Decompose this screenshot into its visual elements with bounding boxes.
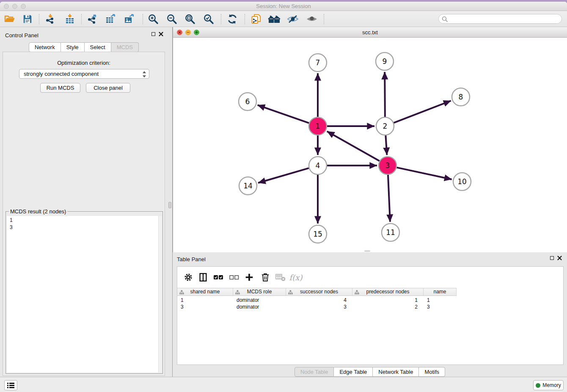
fx-label: f(x) xyxy=(289,273,303,282)
table-row[interactable]: 3 dominator 3 2 3 xyxy=(177,304,457,310)
network-canvas[interactable]: 7968124314101511 xyxy=(173,38,567,252)
flag-column-icon xyxy=(235,290,240,295)
export-network-icon[interactable] xyxy=(86,13,99,25)
task-history-button[interactable] xyxy=(4,380,17,390)
graph-node-label-4: 4 xyxy=(316,161,320,170)
network-window-titlebar[interactable]: scc.txt xyxy=(173,27,567,38)
criterion-select[interactable]: strongly connected component xyxy=(19,69,149,79)
canvas-grip[interactable] xyxy=(364,250,370,252)
criterion-value: strongly connected component xyxy=(24,71,99,77)
show-all-icon[interactable] xyxy=(306,13,318,25)
float-panel-icon[interactable] xyxy=(151,32,155,36)
cell-mcds-role[interactable]: dominator xyxy=(233,304,286,310)
select-all-rows-icon[interactable] xyxy=(212,271,225,284)
graph-edge-4-14[interactable] xyxy=(258,168,309,183)
export-image-icon[interactable] xyxy=(123,13,135,25)
node-table-container: f(x) shared name MCDS role successor nod… xyxy=(177,266,564,365)
column-header-mcds-role[interactable]: MCDS role xyxy=(233,288,286,295)
column-header-name[interactable]: name xyxy=(424,288,457,295)
column-header-successor-nodes[interactable]: successor nodes xyxy=(286,288,352,295)
column-header-shared-name[interactable]: shared name xyxy=(177,288,233,295)
float-table-panel-icon[interactable] xyxy=(550,256,554,260)
graph-node-label-1: 1 xyxy=(316,122,320,130)
close-panel-icon[interactable] xyxy=(159,32,163,36)
divider-grip[interactable] xyxy=(168,202,171,208)
home-layout-icon[interactable] xyxy=(268,13,281,25)
import-table-icon[interactable] xyxy=(63,13,76,25)
tab-style[interactable]: Style xyxy=(61,42,85,52)
tab-network[interactable]: Network xyxy=(29,42,61,52)
graph-edge-2-9[interactable] xyxy=(385,72,385,117)
cell-successor-nodes[interactable]: 4 xyxy=(286,297,352,304)
cell-successor-nodes[interactable]: 3 xyxy=(286,304,352,310)
run-mcds-button[interactable]: Run MCDS xyxy=(40,83,80,93)
panel-divider[interactable] xyxy=(168,27,173,378)
graph-edge-3-11[interactable] xyxy=(388,175,390,222)
clone-network-icon[interactable] xyxy=(250,13,262,25)
deselect-all-rows-icon[interactable] xyxy=(227,271,241,284)
add-column-icon[interactable] xyxy=(242,271,256,284)
zoom-fit-icon[interactable] xyxy=(184,13,196,25)
graph-node-label-9: 9 xyxy=(383,57,387,66)
graph-edge-2-8[interactable] xyxy=(394,101,451,123)
result-line: 3 xyxy=(10,224,162,231)
table-panel-title: Table Panel xyxy=(177,256,206,262)
cell-name[interactable]: 3 xyxy=(424,304,457,310)
graph-edge-3-1[interactable] xyxy=(327,131,380,161)
mcds-result-title: MCDS result (2 nodes) xyxy=(9,208,67,215)
graph-node-label-14: 14 xyxy=(243,182,253,190)
window-titlebar: Session: New Session xyxy=(0,2,567,11)
memory-button[interactable]: Memory xyxy=(533,380,564,390)
tab-motifs[interactable]: Motifs xyxy=(419,367,445,377)
graph-node-label-3: 3 xyxy=(385,161,390,170)
search-input[interactable] xyxy=(450,15,558,23)
table-panel-tabs: Node Table Edge Table Network Table Moti… xyxy=(173,367,567,377)
graph-node-label-2: 2 xyxy=(383,122,388,130)
table-row[interactable]: 1 dominator 4 1 1 xyxy=(177,297,457,304)
column-header-predecessor-nodes[interactable]: predecessor nodes xyxy=(352,288,424,295)
save-session-icon[interactable] xyxy=(21,13,34,25)
cell-shared-name[interactable]: 1 xyxy=(177,297,233,304)
graph-node-label-6: 6 xyxy=(245,97,250,106)
mcds-result-fieldset: MCDS result (2 nodes) 1 3 xyxy=(6,211,163,374)
tab-network-table[interactable]: Network Table xyxy=(373,367,419,377)
open-session-icon[interactable] xyxy=(3,13,16,25)
cell-mcds-role[interactable]: dominator xyxy=(233,297,286,304)
hide-selected-icon[interactable] xyxy=(286,13,299,25)
column-visibility-icon[interactable] xyxy=(196,271,210,284)
cell-name[interactable]: 1 xyxy=(424,297,457,304)
import-network-icon[interactable] xyxy=(44,13,57,25)
close-table-panel-icon[interactable] xyxy=(557,256,562,260)
column-label: name xyxy=(433,289,446,295)
delete-table-icon[interactable] xyxy=(274,271,287,284)
export-table-icon[interactable] xyxy=(104,13,117,25)
table-panel: Table Panel xyxy=(173,254,567,378)
memory-label: Memory xyxy=(542,382,561,388)
graph-node-label-10: 10 xyxy=(457,177,467,186)
delete-column-icon[interactable] xyxy=(259,271,272,284)
zoom-in-icon[interactable] xyxy=(147,13,160,25)
close-panel-button[interactable]: Close panel xyxy=(86,83,130,93)
control-panel-tabs: Network Style Select MCDS xyxy=(0,42,168,52)
table-settings-icon[interactable] xyxy=(182,271,195,284)
graph-edge-3-10[interactable] xyxy=(397,168,452,179)
tab-edge-table[interactable]: Edge Table xyxy=(334,367,373,377)
mcds-result-list[interactable]: 1 3 xyxy=(7,216,162,373)
function-builder-icon[interactable]: f(x) xyxy=(289,271,303,284)
cell-predecessor-nodes[interactable]: 1 xyxy=(352,297,424,304)
flag-column-icon xyxy=(179,290,184,295)
network-window: scc.txt 7968124314101511 xyxy=(173,27,567,252)
zoom-selected-icon[interactable] xyxy=(202,13,215,25)
tab-mcds[interactable]: MCDS xyxy=(111,42,139,52)
zoom-out-icon[interactable] xyxy=(165,13,178,25)
control-panel-title: Control Panel xyxy=(5,32,39,39)
cell-shared-name[interactable]: 3 xyxy=(177,304,233,310)
control-panel: Control Panel Network Style Select MCDS … xyxy=(0,27,168,378)
refresh-layout-icon[interactable] xyxy=(226,13,239,25)
graph-edge-2-3[interactable] xyxy=(385,135,387,155)
tab-select[interactable]: Select xyxy=(85,42,111,52)
cell-predecessor-nodes[interactable]: 2 xyxy=(352,304,424,310)
tab-node-table[interactable]: Node Table xyxy=(295,367,334,377)
result-scrollbar[interactable] xyxy=(158,216,162,373)
graph-edge-1-6[interactable] xyxy=(258,105,309,123)
